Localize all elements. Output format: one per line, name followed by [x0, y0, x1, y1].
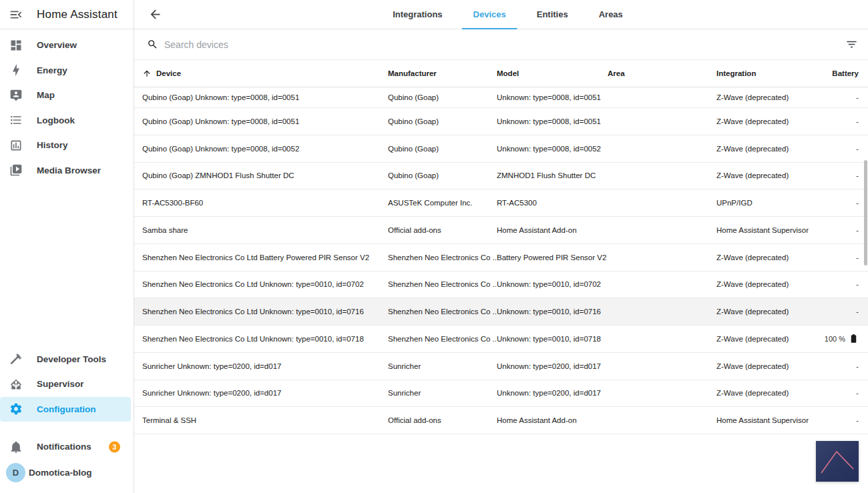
cell-manufacturer: Shenzhen Neo Electronics Co ... — [388, 335, 497, 343]
sidebar-item-developer-tools[interactable]: Developer Tools — [0, 347, 131, 372]
battery-value: - — [856, 199, 859, 207]
cell-manufacturer: Sunricher — [388, 362, 497, 370]
cell-integration: Z-Wave (deprecated) — [716, 254, 817, 262]
tab-areas[interactable]: Areas — [588, 0, 634, 29]
cell-manufacturer: Sunricher — [388, 389, 497, 397]
sidebar-item-history[interactable]: History — [0, 133, 131, 158]
tab-integrations[interactable]: Integrations — [381, 0, 453, 29]
chart-box-icon — [9, 139, 23, 152]
cell-device: Terminal & SSH — [142, 416, 388, 424]
table-row[interactable]: Terminal & SSH Official add-ons Home Ass… — [134, 407, 868, 434]
column-header-area[interactable]: Area — [608, 69, 716, 77]
cell-device: Shenzhen Neo Electronics Co Ltd Unknown:… — [142, 335, 388, 343]
sidebar-item-configuration[interactable]: Configuration — [0, 397, 131, 422]
cell-device: Shenzhen Neo Electronics Co Ltd Unknown:… — [142, 280, 388, 288]
battery-value: - — [856, 308, 859, 316]
cell-battery: - — [856, 389, 859, 397]
filter-icon[interactable] — [845, 38, 858, 51]
table-body: Qubino (Goap) Unknown: type=0008, id=005… — [134, 87, 868, 434]
search-input[interactable] — [164, 39, 845, 50]
search-icon — [147, 39, 158, 50]
table-row[interactable]: Qubino (Goap) Unknown: type=0008, id=005… — [134, 108, 868, 135]
battery-icon — [849, 334, 859, 344]
cell-model: Unknown: type=0008, id=0051 — [497, 93, 608, 101]
sidebar-item-supervisor[interactable]: Supervisor — [0, 372, 131, 397]
chart-thumbnail[interactable] — [816, 441, 859, 482]
arrow-left-icon — [148, 7, 162, 21]
format-list-bulleted-icon — [9, 113, 23, 127]
table-row[interactable]: RT-AC5300-BF60 ASUSTeK Computer Inc. RT-… — [134, 189, 868, 217]
cell-integration: Z-Wave (deprecated) — [716, 171, 817, 179]
sidebar-item-overview[interactable]: Overview — [0, 33, 131, 58]
profile-label: Domotica-blog — [29, 468, 92, 478]
cell-manufacturer: Official add-ons — [388, 416, 497, 424]
cell-integration: Z-Wave (deprecated) — [716, 308, 817, 316]
column-header-manufacturer[interactable]: Manufacturer — [388, 69, 497, 77]
bell-icon — [9, 440, 23, 454]
cog-icon — [9, 402, 23, 416]
battery-value: - — [856, 171, 859, 179]
table-row[interactable]: Qubino (Goap) Unknown: type=0008, id=005… — [134, 87, 868, 108]
column-header-battery[interactable]: Battery — [832, 69, 859, 77]
tab-entities[interactable]: Entities — [525, 0, 580, 29]
sparkline-icon — [816, 441, 859, 482]
sidebar-item-label: Overview — [37, 40, 77, 50]
table-row[interactable]: Shenzhen Neo Electronics Co Ltd Unknown:… — [134, 326, 868, 353]
play-box-multiple-icon — [9, 163, 23, 177]
cell-battery: - — [856, 416, 859, 424]
tab-devices[interactable]: Devices — [462, 0, 517, 29]
battery-value: - — [856, 117, 859, 125]
table-row[interactable]: Sunricher Unknown: type=0200, id=d017 Su… — [134, 380, 868, 408]
avatar: D — [6, 463, 25, 482]
scrollbar-thumb[interactable] — [864, 160, 867, 266]
app-title: Home Assistant — [37, 8, 118, 21]
cell-device: Qubino (Goap) ZMNHOD1 Flush Shutter DC — [142, 171, 388, 179]
cell-battery: - — [856, 226, 859, 234]
cell-integration: Home Assistant Supervisor — [716, 226, 817, 234]
back-button[interactable] — [148, 7, 162, 21]
sidebar-item-notifications[interactable]: Notifications 3 — [0, 434, 131, 460]
cell-model: Unknown: type=0200, id=d017 — [497, 362, 608, 370]
bell-icon — [9, 440, 23, 454]
table-row[interactable]: Qubino (Goap) Unknown: type=0008, id=005… — [134, 135, 868, 163]
column-header-integration[interactable]: Integration — [716, 69, 817, 77]
table-row[interactable]: Shenzhen Neo Electronics Co Ltd Unknown:… — [134, 298, 868, 326]
sidebar-item-label: Media Browser — [37, 165, 101, 175]
cell-integration: Z-Wave (deprecated) — [716, 280, 817, 288]
cell-device: Sunricher Unknown: type=0200, id=d017 — [142, 389, 388, 397]
cell-device: Shenzhen Neo Electronics Co Ltd Battery … — [142, 254, 388, 262]
table-row[interactable]: Qubino (Goap) ZMNHOD1 Flush Shutter DC Q… — [134, 163, 868, 190]
sidebar-item-label: Energy — [37, 65, 67, 75]
menu-open-icon[interactable] — [9, 7, 23, 22]
cell-manufacturer: Shenzhen Neo Electronics Co ... — [388, 254, 497, 262]
table-row[interactable]: Shenzhen Neo Electronics Co Ltd Unknown:… — [134, 272, 868, 299]
cell-manufacturer: Qubino (Goap) — [388, 117, 497, 125]
cell-battery: - — [856, 145, 859, 153]
sidebar-item-label: Configuration — [37, 404, 95, 414]
notification-badge: 3 — [109, 441, 120, 452]
cell-device: RT-AC5300-BF60 — [142, 199, 388, 207]
cell-model: Unknown: type=0010, id=0718 — [497, 335, 608, 343]
cell-manufacturer: Qubino (Goap) — [388, 171, 497, 179]
cell-manufacturer: Qubino (Goap) — [388, 93, 497, 101]
table-row[interactable]: Shenzhen Neo Electronics Co Ltd Battery … — [134, 244, 868, 272]
play-box-multiple-icon — [9, 163, 23, 177]
sidebar-item-energy[interactable]: Energy — [0, 58, 131, 83]
column-header-device[interactable]: Device — [142, 69, 388, 78]
sidebar-item-logbook[interactable]: Logbook — [0, 108, 131, 133]
battery-value: - — [856, 280, 859, 288]
sidebar-item-profile[interactable]: D Domotica-blog — [0, 460, 131, 486]
sidebar-item-media-browser[interactable]: Media Browser — [0, 158, 131, 183]
menu-open-icon — [9, 7, 23, 22]
column-header-model[interactable]: Model — [497, 69, 608, 77]
table-row[interactable]: Sunricher Unknown: type=0200, id=d017 Su… — [134, 353, 868, 380]
battery-value: - — [856, 226, 859, 234]
sidebar-item-map[interactable]: Map — [0, 83, 131, 108]
sort-arrow-up-icon — [142, 69, 152, 78]
table-row[interactable]: Samba share Official add-ons Home Assist… — [134, 217, 868, 244]
toolbar: Integrations Devices Entities Areas — [134, 0, 868, 29]
cell-battery: - — [856, 362, 859, 370]
battery-icon — [849, 334, 859, 344]
view-dashboard-icon — [9, 39, 23, 52]
home-assistant-icon — [9, 378, 23, 391]
